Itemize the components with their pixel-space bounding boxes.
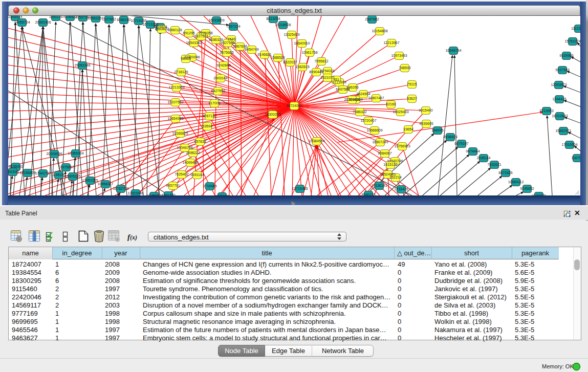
svg-text:116753: 116753 <box>572 156 580 160</box>
